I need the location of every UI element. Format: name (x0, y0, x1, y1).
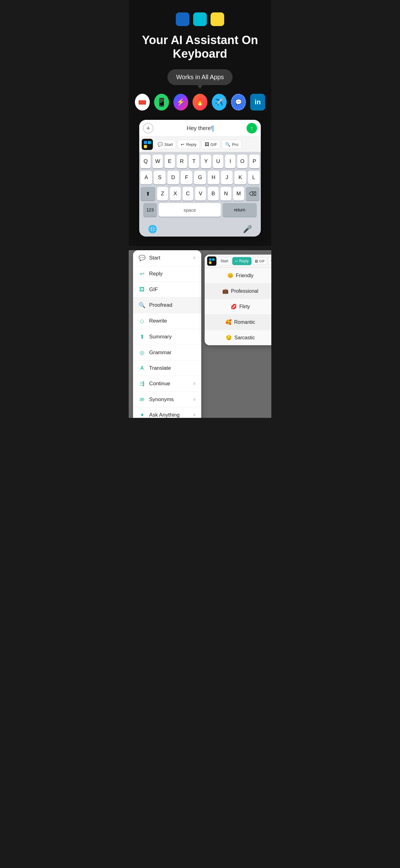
left-menu-panel: 💬 Start ≡ ↩ Reply 🖼 GIF 🔍 (133, 250, 201, 418)
logo-dot-blue (144, 141, 147, 144)
key-row-1: Q W E R T Y U I O P (140, 155, 260, 168)
key-a[interactable]: A (140, 171, 152, 184)
key-f[interactable]: F (181, 171, 192, 184)
key-k[interactable]: K (234, 171, 246, 184)
menu-item-rewrite[interactable]: ◇ Rewrite (133, 313, 201, 329)
menu-item-summary[interactable]: ⬆ Summary (133, 329, 201, 345)
key-t[interactable]: T (189, 155, 199, 168)
panels-section: 💬 Start ≡ ↩ Reply 🖼 GIF 🔍 (129, 250, 271, 418)
grammar-menu-icon: ◎ (139, 349, 145, 356)
key-o[interactable]: O (237, 155, 247, 168)
key-h[interactable]: H (208, 171, 219, 184)
right-start-button[interactable]: Start (218, 257, 231, 265)
r-logo-empty (212, 261, 214, 264)
ask-menu-icon: ✦ (139, 412, 145, 418)
romantic-emoji: 🥰 (226, 319, 232, 325)
flirty-emoji: 💋 (231, 304, 237, 310)
brand-dots (135, 12, 265, 26)
key-row-3: ⬆ Z X C V B N M ⌫ (140, 187, 260, 200)
key-delete[interactable]: ⌫ (246, 187, 260, 200)
drag-handle-ask: ≡ (193, 412, 196, 418)
reply-option-romantic[interactable]: 🥰 Romantic (205, 314, 271, 330)
key-n[interactable]: N (221, 187, 231, 200)
key-b[interactable]: B (208, 187, 219, 200)
reply-option-professional[interactable]: 💼 Professional (205, 283, 271, 299)
reply-option-sarcastic[interactable]: 😏 Sarcastic (205, 330, 271, 345)
menu-item-proofread[interactable]: 🔍 Proofread (133, 298, 201, 313)
start-menu-icon: 💬 (139, 254, 145, 261)
key-c[interactable]: C (182, 187, 194, 200)
mic-icon[interactable]: 🎤 (243, 225, 252, 234)
telegram-icon: ✈️ (212, 94, 227, 111)
menu-item-reply[interactable]: ↩ Reply (133, 266, 201, 282)
globe-icon[interactable]: 🌐 (148, 225, 157, 234)
key-x[interactable]: X (170, 187, 181, 200)
professional-emoji: 💼 (222, 288, 229, 294)
menu-item-translate[interactable]: A Translate (133, 361, 201, 376)
key-y[interactable]: Y (201, 155, 211, 168)
linkedin-icon: in (250, 94, 265, 111)
key-s[interactable]: S (154, 171, 165, 184)
key-d[interactable]: D (167, 171, 179, 184)
sarcastic-emoji: 😏 (226, 335, 232, 341)
whatsapp-icon: 📱 (154, 94, 169, 111)
key-row-2: A S D F G H J K L (140, 171, 260, 184)
menu-item-start[interactable]: 💬 Start ≡ (133, 250, 201, 266)
cyan-dot (193, 12, 207, 26)
tinder-icon: 🔥 (193, 94, 207, 111)
logo-dot-yellow (144, 145, 147, 148)
key-return[interactable]: return (223, 203, 257, 217)
right-reply-button[interactable]: ↩ Reply (232, 257, 252, 265)
menu-item-continue[interactable]: ⇶ Continue ≡ (133, 376, 201, 392)
menu-item-grammar[interactable]: ◎ Grammar (133, 345, 201, 361)
gmail-icon (135, 94, 150, 111)
menu-item-gif[interactable]: 🖼 GIF (133, 282, 201, 298)
add-button[interactable]: + (143, 123, 154, 133)
reply-button[interactable]: ↩ Reply (177, 140, 200, 149)
menu-item-synonyms[interactable]: æ Synonyms ≡ (133, 392, 201, 407)
ai-toolbar: 💬 Start ↩ Reply 🖼 GIF 🔍 Pro (139, 137, 261, 152)
translate-menu-icon: A (139, 365, 145, 371)
pro-button[interactable]: 🔍 Pro (222, 140, 241, 149)
start-icon: 💬 (158, 142, 163, 147)
gif-menu-icon: 🖼 (139, 286, 145, 293)
friendly-emoji: 😊 (227, 273, 233, 278)
key-z[interactable]: Z (157, 187, 168, 200)
menu-item-ask-anything[interactable]: ✦ Ask Anything ≡ (133, 407, 201, 418)
keyboard-mockup: + Hey there! ↑ 💬 Start ↩ R (139, 120, 261, 237)
key-u[interactable]: U (213, 155, 223, 168)
key-e[interactable]: E (165, 155, 175, 168)
gif-button[interactable]: 🖼 GIF (201, 140, 221, 149)
app-icons-row: 📱 ⚡ 🔥 ✈️ 💬 in (135, 94, 265, 111)
key-shift[interactable]: ⬆ (140, 187, 155, 200)
key-i[interactable]: I (225, 155, 235, 168)
key-g[interactable]: G (194, 171, 206, 184)
reply-option-flirty[interactable]: 💋 Flirty (205, 299, 271, 314)
reply-icon: ↩ (181, 142, 185, 147)
hero-section: Your AI Assistant On Keyboard Works in A… (129, 0, 271, 246)
key-space[interactable]: space (159, 203, 221, 217)
start-button[interactable]: 💬 Start (154, 140, 176, 149)
blue-dot (176, 12, 190, 26)
key-l[interactable]: L (248, 171, 260, 184)
works-bubble: Works in All Apps (167, 69, 233, 85)
right-gif-button[interactable]: 🖼 GIF (253, 257, 267, 265)
messenger-icon: ⚡ (173, 94, 188, 111)
logo-dot-cyan (148, 141, 151, 144)
key-v[interactable]: V (195, 187, 206, 200)
drag-handle-synonyms: ≡ (193, 397, 196, 402)
send-button[interactable]: ↑ (246, 123, 257, 133)
reply-option-friendly[interactable]: 😊 Friendly (205, 268, 271, 283)
right-pro-button[interactable]: 🔍 Pr (268, 257, 271, 265)
key-numbers[interactable]: 123 (143, 203, 157, 217)
key-q[interactable]: Q (140, 155, 151, 168)
key-row-4: 123 space return (140, 203, 260, 217)
key-j[interactable]: J (221, 171, 233, 184)
panels-wrapper: 💬 Start ≡ ↩ Reply 🖼 GIF 🔍 (129, 250, 271, 418)
key-m[interactable]: M (233, 187, 244, 200)
key-w[interactable]: W (153, 155, 163, 168)
key-p[interactable]: P (249, 155, 260, 168)
message-input[interactable]: Hey there! (157, 125, 243, 132)
key-r[interactable]: R (177, 155, 187, 168)
summary-menu-icon: ⬆ (139, 333, 145, 340)
